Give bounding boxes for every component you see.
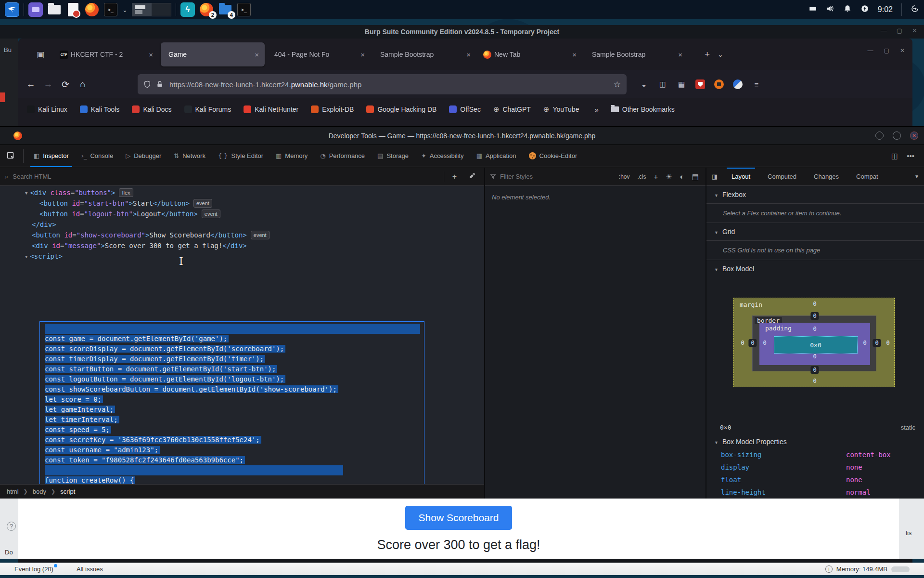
browser-tab[interactable]: Game× [161, 42, 265, 66]
launcher-chevron-icon[interactable]: ⌄ [122, 6, 128, 13]
script-line[interactable]: const token = "f980528fc2f243646fd0ea563… [45, 455, 424, 465]
workspace-1[interactable] [132, 3, 152, 16]
text-editor-icon[interactable] [66, 2, 80, 17]
extensions-puzzle-icon[interactable]: ▦ [677, 79, 686, 89]
event-badge[interactable]: event [193, 199, 212, 208]
breadcrumb-item-body[interactable]: body [33, 488, 46, 495]
script-line[interactable] [45, 324, 424, 334]
script-line[interactable]: const secretKey = '3636f69fcc3760cb130c1… [45, 435, 424, 445]
firefox-minimize-icon[interactable]: — [868, 47, 873, 54]
print-simulation-icon[interactable]: ▤ [690, 172, 701, 181]
class-toggle-button[interactable]: .cls [636, 173, 648, 180]
border-right-value[interactable]: 0 [873, 339, 881, 347]
padding-left-value[interactable]: 0 [763, 340, 766, 346]
boxmodel-section-header[interactable]: ▼Box Model [706, 260, 924, 277]
devtools-tab-style-editor[interactable]: { }Style Editor [212, 145, 270, 167]
foxyproxy-icon[interactable] [733, 79, 743, 89]
browser-tab[interactable]: Sample Bootstrap× [584, 42, 688, 66]
pocket-icon[interactable]: ◒ [639, 79, 649, 89]
browser-tab[interactable]: New Tab× [478, 42, 582, 66]
script-line[interactable]: function createRow() { [45, 475, 424, 484]
bookmarks-overflow-chevron[interactable]: » [594, 105, 598, 114]
firefox-launcher-icon[interactable] [85, 2, 99, 17]
forward-icon[interactable]: → [39, 76, 57, 93]
clock[interactable]: 9:02 [878, 5, 893, 14]
burp-minimize-icon[interactable]: — [881, 27, 887, 34]
devtools-tab-storage[interactable]: ▤Storage [371, 145, 415, 167]
firefox-maximize-icon[interactable]: ▢ [884, 47, 889, 54]
tab-close-icon[interactable]: × [148, 50, 154, 60]
tab-close-icon[interactable]: × [571, 50, 578, 60]
filter-styles-input[interactable]: Filter Styles [500, 173, 613, 180]
file-manager-icon[interactable] [47, 2, 62, 17]
devtools-meatball-menu-icon[interactable]: ••• [907, 152, 914, 160]
url-text[interactable]: https://c08-new-free-lunch-1.hkcert24.pw… [169, 80, 614, 89]
breadcrumb-item-html[interactable]: html [7, 488, 19, 495]
devtools-tab-application[interactable]: ▦Application [470, 145, 523, 167]
home-icon[interactable]: ⌂ [74, 76, 91, 93]
script-line[interactable]: const logoutButton = document.getElement… [45, 374, 424, 384]
volume-icon[interactable] [826, 4, 834, 15]
pseudo-class-button[interactable]: :hov [617, 173, 632, 180]
url-bar[interactable]: https://c08-new-free-lunch-1.hkcert24.pw… [138, 74, 627, 94]
all-issues-button[interactable]: All issues [77, 565, 103, 573]
script-line[interactable] [45, 465, 424, 475]
border-bottom-value[interactable]: 0 [810, 366, 819, 374]
markup-view[interactable]: ▼<div class="buttons">flex<button id="st… [0, 186, 484, 484]
split-console-icon[interactable]: ◨ [706, 173, 723, 180]
devtools-tab-performance[interactable]: ◔Performance [314, 145, 371, 167]
show-scoreboard-button[interactable]: Show Scoreboard [405, 506, 513, 530]
sidebar-icon[interactable]: ◫ [658, 79, 667, 89]
expander-arrow-icon[interactable]: ▼ [25, 191, 27, 196]
bookmark-item[interactable]: Kali NetHunter [244, 105, 298, 114]
bookmark-item[interactable]: Exploit-DB [311, 105, 354, 114]
property-row[interactable]: line-heightnormal [706, 486, 924, 499]
margin-right-value[interactable]: 0 [886, 340, 889, 346]
tab-close-icon[interactable]: × [677, 50, 683, 60]
bookmark-item[interactable]: ⊕YouTube [543, 105, 579, 114]
devtools-tab-debugger[interactable]: ▷Debugger [119, 145, 167, 167]
event-log-button[interactable]: Event log (20) [14, 565, 53, 573]
dark-theme-icon[interactable]: ◐ [678, 172, 686, 181]
markup-line[interactable]: <div id="message">Score over 300 to get … [0, 240, 484, 251]
event-badge[interactable]: event [251, 231, 270, 239]
script-line[interactable]: const scoreDisplay = document.getElement… [45, 344, 424, 354]
margin-bottom-value[interactable]: 0 [813, 378, 816, 384]
back-icon[interactable]: ← [22, 76, 39, 93]
bookmark-star-icon[interactable]: ☆ [614, 79, 621, 90]
workspace-2[interactable] [152, 3, 171, 16]
padding-top-value[interactable]: 0 [813, 326, 816, 332]
bookmark-item[interactable]: OffSec [449, 105, 481, 114]
devtools-tab-console[interactable]: ›_Console [75, 145, 119, 167]
border-left-value[interactable]: 0 [748, 339, 757, 347]
info-icon[interactable]: i [825, 565, 833, 573]
markup-line[interactable]: ▼<script> [0, 251, 484, 262]
responsive-design-icon[interactable]: ◫ [891, 152, 898, 160]
eyedropper-icon[interactable] [465, 172, 479, 181]
bookmark-item[interactable]: Google Hacking DB [366, 105, 436, 114]
sidebar-tab-changes[interactable]: Changes [805, 168, 847, 186]
search-html-input[interactable]: Search HTML [13, 173, 439, 180]
burp-menu-fragment[interactable]: Bu [4, 46, 12, 53]
help-icon[interactable]: ? [7, 522, 16, 531]
script-line[interactable]: const showScoreboardButton = document.ge… [45, 384, 424, 394]
other-bookmarks-button[interactable]: Other Bookmarks [611, 105, 675, 113]
bookmark-item[interactable]: Kali Tools [80, 105, 120, 114]
breadcrumb-item-script[interactable]: script [60, 488, 75, 495]
box-model-border[interactable]: border padding 0×0 [752, 315, 876, 371]
box-model-properties-header[interactable]: ▼Box Model Properties [706, 435, 924, 448]
flexbox-section-header[interactable]: ▼Flexbox [706, 186, 924, 204]
burp-window-title[interactable]: Burp Suite Community Edition v2024.8.5 -… [0, 25, 924, 39]
power-manager-icon[interactable] [860, 4, 869, 15]
workspace-pager[interactable] [132, 3, 171, 16]
border-top-value[interactable]: 0 [810, 312, 819, 320]
tracking-shield-icon[interactable] [143, 80, 151, 88]
sidebar-tab-computed[interactable]: Computed [759, 168, 805, 186]
sidebar-tab-layout[interactable]: Layout [723, 168, 759, 186]
logout-icon[interactable] [911, 4, 919, 15]
browser-tab[interactable]: CTFHKCERT CTF - 2× [55, 42, 159, 66]
property-row[interactable]: displaynone [706, 461, 924, 473]
firefox-close-icon[interactable]: ✕ [900, 47, 905, 54]
burp-extension-icon[interactable] [714, 79, 724, 89]
markup-line[interactable]: <button id="show-scoreboard">Show Scoreb… [0, 230, 484, 240]
